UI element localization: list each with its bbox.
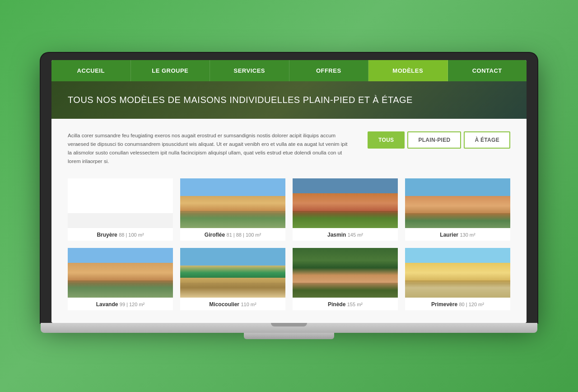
house-caption-micocoulier: Micocoulier 110 m² xyxy=(180,298,285,310)
house-name-jasmin: Jasmin xyxy=(327,232,346,238)
house-sizes-lavande: 99 | 120 m² xyxy=(120,302,144,307)
house-sizes-laurier: 130 m² xyxy=(460,232,475,238)
house-name-lavande: Lavande xyxy=(96,301,118,308)
house-name-primevere: Primevère xyxy=(431,301,457,308)
filter-tous[interactable]: TOUS xyxy=(368,131,405,149)
house-sizes-pinede: 155 m² xyxy=(347,302,363,307)
house-sizes-bruyere: 88 | 100 m² xyxy=(119,232,144,238)
laptop-base xyxy=(41,323,537,333)
house-name-micocoulier: Micocoulier xyxy=(209,301,239,308)
laptop-stand xyxy=(244,333,334,339)
house-sizes-primevere: 80 | 120 m² xyxy=(459,302,484,307)
house-image-lavande xyxy=(68,248,173,298)
house-name-giroflee: Giroflée xyxy=(205,232,225,238)
house-name-bruyere: Bruyère xyxy=(97,232,117,238)
house-caption-bruyere: Bruyère 88 | 100 m² xyxy=(68,228,173,241)
house-caption-giroflee: Giroflée 81 | 88 | 100 m² xyxy=(180,228,285,241)
nav-modeles[interactable]: MODÈLES xyxy=(368,60,448,81)
intro-row: Acilla corer sumsandre feu feugiating ex… xyxy=(68,131,510,166)
house-card-lavande[interactable]: Lavande 99 | 120 m² xyxy=(68,248,173,310)
hero-title-light: PLAIN-PIED ET À ÉTAGE xyxy=(300,95,413,105)
nav-le-groupe[interactable]: LE GROUPE xyxy=(131,60,210,81)
filter-plain-pied[interactable]: PLAIN-PIED xyxy=(407,131,461,149)
hero-title-bold: TOUS NOS MODÈLES DE MAISONS INDIVIDUELLE… xyxy=(68,95,300,105)
laptop-screen-border: ACCUEIL LE GROUPE SERVICES OFFRES MODÈLE… xyxy=(41,53,537,323)
house-image-bruyere xyxy=(68,178,173,228)
house-name-pinede: Pinède xyxy=(328,301,345,308)
house-card-giroflee[interactable]: Giroflée 81 | 88 | 100 m² xyxy=(180,178,285,241)
main-nav: ACCUEIL LE GROUPE SERVICES OFFRES MODÈLE… xyxy=(51,60,527,81)
house-card-jasmin[interactable]: Jasmin 145 m² xyxy=(293,178,398,241)
house-name-laurier: Laurier xyxy=(440,232,458,238)
nav-contact[interactable]: CONTACT xyxy=(448,60,527,81)
house-card-pinede[interactable]: Pinède 155 m² xyxy=(293,248,398,310)
house-card-primevere[interactable]: Primevère 80 | 120 m² xyxy=(405,248,510,310)
house-image-jasmin xyxy=(293,178,398,228)
house-sizes-giroflee: 81 | 88 | 100 m² xyxy=(227,232,261,238)
filter-a-etage[interactable]: À ÉTAGE xyxy=(464,131,510,149)
house-card-bruyere[interactable]: Bruyère 88 | 100 m² xyxy=(68,178,173,241)
house-caption-pinede: Pinède 155 m² xyxy=(293,298,398,310)
main-content: Acilla corer sumsandre feu feugiating ex… xyxy=(51,119,527,323)
house-image-primevere xyxy=(405,248,510,298)
laptop-screen: ACCUEIL LE GROUPE SERVICES OFFRES MODÈLE… xyxy=(51,60,527,323)
hero-title: TOUS NOS MODÈLES DE MAISONS INDIVIDUELLE… xyxy=(68,95,510,105)
house-sizes-jasmin: 145 m² xyxy=(348,232,363,238)
house-image-pinede xyxy=(293,248,398,298)
house-sizes-micocoulier: 110 m² xyxy=(241,302,256,307)
house-caption-jasmin: Jasmin 145 m² xyxy=(293,228,398,241)
house-image-giroflee xyxy=(180,178,285,228)
house-image-micocoulier xyxy=(180,248,285,298)
house-card-laurier[interactable]: Laurier 130 m² xyxy=(405,178,510,241)
house-caption-laurier: Laurier 130 m² xyxy=(405,228,510,241)
nav-offres[interactable]: OFFRES xyxy=(289,60,369,81)
laptop-container: ACCUEIL LE GROUPE SERVICES OFFRES MODÈLE… xyxy=(41,53,537,339)
intro-text: Acilla corer sumsandre feu feugiating ex… xyxy=(68,131,350,166)
house-caption-lavande: Lavande 99 | 120 m² xyxy=(68,298,173,310)
house-grid: Bruyère 88 | 100 m² Giroflée 81 | 88 | 1… xyxy=(68,178,510,310)
hero-section: TOUS NOS MODÈLES DE MAISONS INDIVIDUELLE… xyxy=(51,81,527,119)
nav-accueil[interactable]: ACCUEIL xyxy=(51,60,131,81)
house-caption-primevere: Primevère 80 | 120 m² xyxy=(405,298,510,310)
house-card-micocoulier[interactable]: Micocoulier 110 m² xyxy=(180,248,285,310)
house-image-laurier xyxy=(405,178,510,228)
nav-services[interactable]: SERVICES xyxy=(210,60,289,81)
filter-buttons: TOUS PLAIN-PIED À ÉTAGE xyxy=(368,131,510,149)
